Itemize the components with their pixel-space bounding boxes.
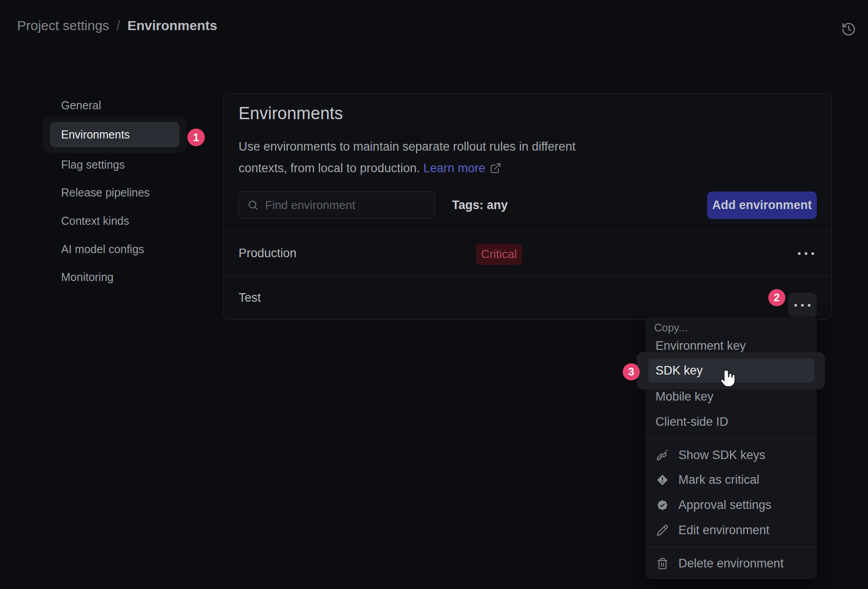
- menu-item-delete-environment[interactable]: Delete environment: [645, 553, 817, 573]
- critical-diamond-icon: [656, 474, 669, 486]
- menu-divider: [645, 547, 817, 547]
- external-link-icon: [490, 162, 501, 174]
- menu-item-mobile-key[interactable]: Mobile key: [645, 387, 817, 406]
- sidebar-item-environments[interactable]: Environments: [50, 122, 179, 147]
- divider: [224, 232, 832, 232]
- sidebar-item-monitoring[interactable]: Monitoring: [61, 271, 114, 283]
- environment-row-test: Test: [239, 275, 261, 320]
- menu-item-edit-environment[interactable]: Edit environment: [645, 520, 817, 540]
- sidebar-item-flag-settings[interactable]: Flag settings: [61, 158, 125, 171]
- tags-filter[interactable]: Tags: any: [452, 192, 508, 219]
- key-icon: [656, 449, 669, 461]
- menu-item-label: Mark as critical: [678, 473, 759, 487]
- menu-item-mark-as-critical[interactable]: Mark as critical: [645, 470, 817, 490]
- app-window: Project settings / Environments General …: [0, 0, 868, 589]
- step-badge-3: 3: [623, 363, 640, 380]
- sidebar-item-ai-model-configs[interactable]: AI model configs: [61, 243, 144, 255]
- sidebar-item-environments-halo: Environments: [43, 116, 186, 153]
- menu-item-client-side-id[interactable]: Client-side ID: [645, 412, 817, 432]
- breadcrumb: Project settings / Environments: [17, 18, 217, 33]
- environment-row-production: Production: [239, 232, 297, 275]
- production-overflow-menu-button[interactable]: [791, 232, 821, 275]
- environment-context-menu: Copy... Environment key SDK key Mobile k…: [645, 317, 817, 579]
- menu-divider: [645, 438, 817, 439]
- environments-panel: Environments Use environments to maintai…: [223, 94, 832, 320]
- step-badge-1: 1: [187, 129, 205, 146]
- menu-item-sdk-key[interactable]: SDK key: [648, 359, 814, 383]
- add-environment-button[interactable]: Add environment: [707, 192, 817, 219]
- sidebar-item-context-kinds[interactable]: Context kinds: [61, 214, 129, 227]
- menu-item-show-sdk-keys[interactable]: Show SDK keys: [645, 445, 817, 465]
- menu-item-approval-settings[interactable]: Approval settings: [645, 495, 817, 515]
- page-title: Environments: [239, 104, 343, 123]
- test-overflow-menu-button[interactable]: [788, 293, 817, 318]
- breadcrumb-current-page: Environments: [127, 18, 217, 33]
- approval-seal-icon: [656, 499, 669, 511]
- pencil-icon: [656, 524, 669, 536]
- sidebar-item-label: Environments: [61, 128, 130, 141]
- description-text: Use environments to maintain separate ro…: [239, 140, 576, 175]
- menu-item-label: Show SDK keys: [678, 448, 766, 462]
- menu-item-label: Approval settings: [678, 498, 771, 512]
- environment-search: [239, 192, 435, 219]
- search-icon: [247, 199, 259, 211]
- sidebar-item-general[interactable]: General: [61, 99, 101, 112]
- breadcrumb-project-settings[interactable]: Project settings: [17, 18, 109, 33]
- history-icon: [841, 22, 856, 37]
- history-button[interactable]: [838, 19, 859, 40]
- panel-description: Use environments to maintain separate ro…: [239, 136, 602, 179]
- search-input[interactable]: [265, 198, 434, 212]
- divider: [224, 275, 832, 276]
- breadcrumb-separator: /: [116, 18, 120, 33]
- sidebar-item-release-pipelines[interactable]: Release pipelines: [61, 186, 150, 199]
- menu-item-label: Delete environment: [678, 557, 784, 571]
- ellipsis-icon: [798, 252, 814, 255]
- trash-icon: [656, 558, 669, 570]
- ellipsis-icon: [794, 304, 810, 307]
- critical-status-badge: Critical: [476, 244, 522, 265]
- copy-section-label: Copy...: [654, 320, 687, 336]
- learn-more-link[interactable]: Learn more: [423, 161, 485, 175]
- step-badge-2: 2: [768, 289, 785, 306]
- menu-item-label: Edit environment: [678, 523, 770, 537]
